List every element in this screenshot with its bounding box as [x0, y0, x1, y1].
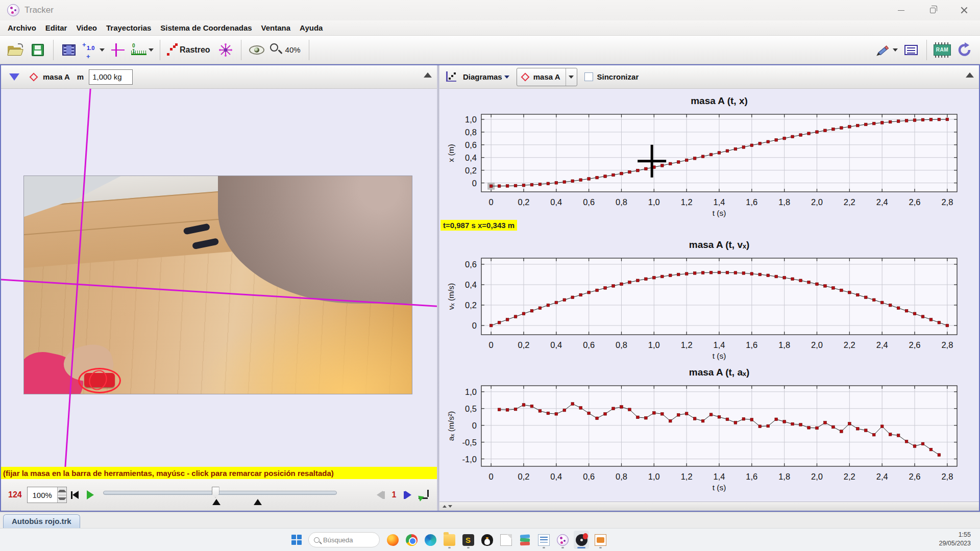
menu-ayuda[interactable]: Ayuda: [295, 21, 327, 34]
restore-button[interactable]: [917, 0, 948, 20]
pencil-icon: [873, 40, 893, 60]
toolbar-separator: [309, 40, 309, 60]
mass-value-input[interactable]: [89, 69, 133, 85]
start-button[interactable]: [289, 532, 304, 547]
taskbar-icon-libreoffice-writer[interactable]: [498, 531, 513, 549]
in-point-marker[interactable]: [212, 499, 220, 505]
tab-autobus-rojo[interactable]: Autobús rojo.trk: [3, 514, 80, 528]
taskbar-clock[interactable]: 1:55 29/05/2023: [939, 531, 971, 548]
taskbar-icon-tracker[interactable]: [555, 531, 570, 549]
slider-thumb[interactable]: [212, 487, 219, 498]
taskbar-icon-shotcut[interactable]: S: [460, 531, 476, 549]
clip-settings-button[interactable]: [58, 39, 80, 61]
windows-logo-icon: [291, 535, 302, 545]
play-rate-value: 100%: [28, 487, 57, 503]
slider-track[interactable]: [103, 491, 337, 495]
svg-text:1,4: 1,4: [714, 472, 725, 481]
track-points-icon: [166, 44, 178, 56]
diagramas-button[interactable]: Diagramas: [463, 72, 502, 81]
taskbar-icon-edge[interactable]: [423, 531, 438, 549]
taskbar-icon-libreoffice-calc[interactable]: [536, 531, 551, 549]
svg-text:-0,5: -0,5: [462, 438, 477, 447]
go-to-start-button[interactable]: [71, 491, 79, 499]
tracker-app-icon: [7, 4, 19, 16]
visibility-button[interactable]: [246, 39, 268, 61]
menu-trayectorias[interactable]: Trayectorias: [102, 21, 156, 34]
zoom-button[interactable]: 40%: [268, 39, 305, 61]
menu-editar[interactable]: Editar: [41, 21, 72, 34]
notes-button[interactable]: [900, 39, 922, 61]
taskbar-icon-active-app-vinyl[interactable]: [574, 531, 589, 549]
window-title: Tracker: [24, 5, 54, 15]
track-selector-combo[interactable]: masa A: [517, 68, 577, 86]
taskbar-icon-tux-penguin[interactable]: [479, 531, 495, 549]
coordinate-axes-icon: [111, 43, 125, 57]
plots-panel-collapse-button[interactable]: [966, 72, 974, 78]
svg-text:0,2: 0,2: [518, 340, 530, 349]
table-splitter[interactable]: [439, 502, 979, 511]
svg-text:masa A (t, vₓ): masa A (t, vₓ): [689, 239, 750, 250]
plot-masa-a-t-vx[interactable]: masa A (t, vₓ)00,20,40,60,81,01,21,41,61…: [440, 233, 978, 360]
step-size-value[interactable]: 1: [392, 490, 397, 499]
svg-text:2,4: 2,4: [876, 197, 888, 207]
coords-readout-text: t=0,987 s x=0,343 m: [440, 220, 517, 231]
close-button[interactable]: [948, 0, 980, 20]
refresh-button[interactable]: [953, 39, 976, 61]
play-button[interactable]: [87, 490, 94, 499]
taskbar-icon-file-explorer[interactable]: [442, 531, 457, 549]
frame-slider[interactable]: [103, 484, 368, 506]
menu-sistema-de-coordenadas[interactable]: Sistema de Coordenadas: [156, 21, 256, 34]
video-panel-collapse-button[interactable]: [424, 72, 432, 78]
step-forward-button[interactable]: [404, 491, 412, 499]
track-selector-dropdown[interactable]: [566, 68, 577, 86]
video-viewer[interactable]: [1, 89, 437, 467]
taskbar-icon-libreoffice-impress[interactable]: [593, 531, 608, 549]
track-control-button[interactable]: Rastreo: [164, 39, 214, 61]
svg-text:1,8: 1,8: [778, 197, 790, 207]
svg-text:t (s): t (s): [713, 209, 726, 217]
svg-text:1,6: 1,6: [746, 472, 757, 481]
svg-text:0,6: 0,6: [465, 140, 477, 149]
svg-text:1,0: 1,0: [465, 387, 477, 396]
loop-button[interactable]: [418, 490, 430, 500]
taskbar-icon-firefox[interactable]: [385, 531, 400, 549]
memory-button[interactable]: RAM: [931, 39, 953, 61]
new-track-dropdown-arrow[interactable]: [100, 48, 105, 52]
new-track-button[interactable]: ++ 1.0: [80, 39, 107, 61]
track-name-label[interactable]: masa A: [43, 72, 70, 81]
diagramas-dropdown-arrow[interactable]: [504, 76, 509, 79]
svg-text:x (m): x (m): [447, 144, 455, 162]
plot-masa-a-t-ax[interactable]: masa A (t, aₓ)00,20,40,60,81,01,21,41,61…: [440, 360, 978, 492]
save-button[interactable]: [27, 39, 49, 61]
status-message-bar: (fijar la masa en la barra de herramient…: [1, 467, 437, 479]
svg-text:1,2: 1,2: [681, 340, 693, 349]
svg-text:2,0: 2,0: [811, 197, 823, 207]
taskbar-icon-chrome[interactable]: [404, 531, 419, 549]
autotracker-button[interactable]: [214, 39, 237, 61]
axes-button[interactable]: [107, 39, 129, 61]
open-file-button[interactable]: [4, 39, 27, 61]
out-point-marker[interactable]: [254, 499, 262, 505]
step-back-button[interactable]: [377, 491, 385, 499]
plot-masa-a-t-x[interactable]: masa A (t, x)00,20,40,60,81,01,21,41,61,…: [440, 89, 978, 217]
menu-ventana[interactable]: Ventana: [257, 21, 296, 34]
svg-text:0,2: 0,2: [465, 166, 477, 175]
menu-video[interactable]: Video: [71, 21, 102, 34]
minimize-button[interactable]: [885, 0, 917, 20]
svg-text:2,8: 2,8: [941, 197, 953, 207]
svg-text:0: 0: [472, 179, 477, 188]
mass-a-diamond-icon[interactable]: [30, 72, 38, 81]
magnifier-icon: [270, 43, 283, 57]
search-input[interactable]: Búsqueda: [308, 532, 380, 547]
calibration-dropdown-arrow[interactable]: [149, 48, 154, 52]
drawings-button[interactable]: [874, 39, 900, 61]
title-bar: Tracker: [0, 0, 980, 20]
rate-up-button[interactable]: [58, 487, 66, 495]
rate-down-button[interactable]: [58, 495, 66, 503]
taskbar-icon-stacked-apps[interactable]: [517, 531, 532, 549]
play-rate-spinner[interactable]: 100%: [27, 487, 67, 503]
menu-archivo[interactable]: Archivo: [3, 21, 41, 34]
sync-checkbox[interactable]: [584, 72, 593, 81]
track-menu-triangle-icon[interactable]: [9, 73, 19, 81]
calibration-button[interactable]: 0 1: [129, 39, 156, 61]
